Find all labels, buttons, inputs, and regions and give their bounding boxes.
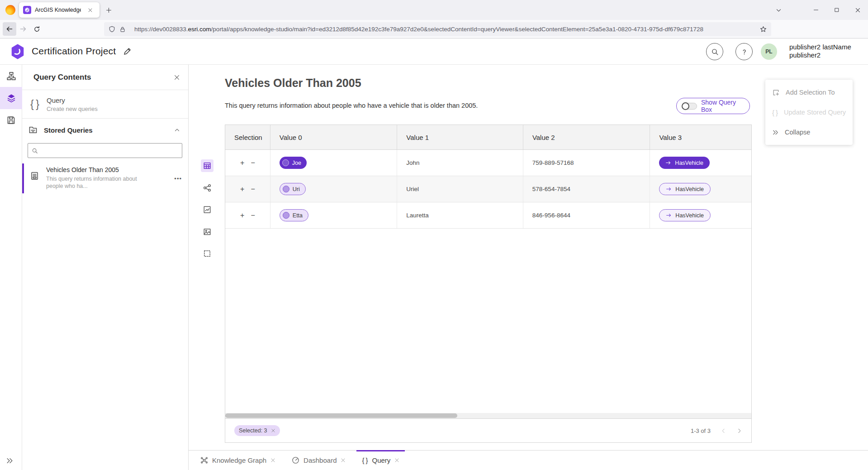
user-avatar[interactable]: PL [761, 43, 777, 60]
stored-queries-search[interactable] [28, 143, 182, 158]
toggle-track[interactable] [682, 103, 697, 110]
cell-value: John [397, 150, 523, 176]
braces-icon: { } [30, 98, 39, 110]
window-close-icon[interactable] [847, 0, 868, 20]
browser-tab[interactable]: ArcGIS Knowledge Studio [19, 2, 100, 18]
cell-value: Lauretta [397, 202, 523, 228]
stored-query-doc-icon [30, 172, 39, 190]
column-header: Value 0 [270, 125, 398, 149]
panel-close-icon[interactable] [174, 74, 180, 81]
selected-count-chip[interactable]: Selected: 3 [234, 425, 280, 436]
layers-icon[interactable] [0, 87, 22, 109]
expand-panel-icon[interactable] [6, 457, 14, 465]
tab-query[interactable]: { } Query [354, 451, 408, 470]
lock-icon[interactable] [119, 26, 126, 33]
entity-pill[interactable]: Joe [280, 157, 307, 169]
previous-page-icon[interactable] [721, 428, 726, 434]
stored-query-item[interactable]: Vehicles Older Than 2005 This query retu… [22, 163, 188, 193]
cell-value: 846-956-8644 [523, 202, 650, 228]
maximize-icon[interactable] [826, 0, 847, 20]
help-button[interactable] [735, 43, 753, 60]
link-chart-icon[interactable] [201, 182, 213, 194]
add-to-selection-button[interactable]: + [240, 186, 244, 193]
entity-icon [283, 212, 289, 219]
forward-icon[interactable] [16, 22, 30, 36]
remove-from-selection-button[interactable]: − [251, 186, 255, 193]
close-tab-icon[interactable] [341, 458, 346, 463]
selected-indicator [22, 163, 24, 193]
table-row: + − Uri Uriel 578-654-7854 HasVehicle [225, 176, 751, 202]
collapse-section-chevron-icon[interactable] [174, 127, 180, 133]
horizontal-scrollbar[interactable] [225, 413, 751, 418]
show-query-box-label: Show Query Box [701, 99, 744, 113]
add-selection-icon [772, 89, 780, 96]
reload-icon[interactable] [30, 22, 43, 36]
show-query-box-toggle[interactable]: Show Query Box [676, 98, 750, 114]
url-text: https://dev0028833.esri.com/portal/apps/… [134, 26, 756, 33]
row-range: 1-3 of 3 [691, 427, 711, 434]
tab-title: ArcGIS Knowledge Studio [35, 7, 81, 13]
table-view-icon[interactable] [201, 159, 213, 172]
arrow-right-icon [666, 212, 672, 218]
minimize-icon[interactable] [806, 0, 826, 20]
next-page-icon[interactable] [736, 428, 742, 434]
remove-from-selection-button[interactable]: − [251, 159, 255, 167]
relationship-pill[interactable]: HasVehicle [659, 157, 710, 169]
search-button[interactable] [706, 43, 723, 60]
braces-icon: { } [772, 109, 778, 116]
window-controls [806, 0, 868, 20]
tab-dashboard[interactable]: Dashboard [284, 451, 354, 470]
screen: ArcGIS Knowledge Studio [0, 0, 868, 470]
page-title: Vehicles Older Than 2005 [225, 77, 361, 90]
scrollbar-thumb[interactable] [225, 413, 457, 418]
cell-value: 759-889-57168 [523, 150, 650, 176]
tracking-shield-icon[interactable] [109, 26, 115, 33]
app-header: Certification Project PL publisher2 last… [0, 38, 868, 65]
column-header: Value 3 [650, 125, 751, 149]
selection-context-menu: Add Selection To { } Update Stored Query… [765, 80, 853, 145]
select-region-icon[interactable] [201, 247, 213, 260]
cell-value: 578-654-7854 [523, 176, 650, 202]
cell-value: Uriel [397, 176, 523, 202]
tab-knowledge-graph[interactable]: Knowledge Graph [192, 451, 284, 470]
close-tab-icon[interactable] [394, 458, 399, 463]
new-tab-button[interactable] [103, 5, 114, 15]
project-tree-icon[interactable] [0, 65, 22, 87]
search-icon [32, 148, 38, 154]
entity-icon [282, 159, 289, 166]
arrow-right-icon [665, 160, 671, 166]
table-header: Selection Value 0 Value 1 Value 2 Value … [225, 125, 751, 150]
search-input[interactable] [41, 147, 178, 154]
user-name: publisher2 lastName publisher2 [789, 43, 851, 59]
url-bar[interactable]: https://dev0028833.esri.com/portal/apps/… [104, 22, 771, 36]
clear-selection-icon[interactable] [271, 428, 275, 433]
close-tab-icon[interactable] [270, 458, 275, 463]
tab-close-icon[interactable] [85, 5, 95, 15]
map-view-icon[interactable] [201, 225, 213, 238]
add-to-selection-button[interactable]: + [240, 212, 244, 219]
menu-item-collapse[interactable]: Collapse [765, 122, 853, 142]
save-icon[interactable] [0, 109, 22, 131]
query-item-subtitle: Create new queries [47, 106, 98, 112]
chart-view-icon[interactable] [201, 203, 213, 216]
edit-pencil-icon[interactable] [123, 47, 132, 56]
query-item[interactable]: { } Query Create new queries [22, 90, 188, 119]
menu-item-add-selection-to[interactable]: Add Selection To [765, 82, 853, 102]
relationship-pill[interactable]: HasVehicle [659, 209, 711, 221]
item-options-icon[interactable]: ••• [174, 175, 182, 190]
tab-list-chevron-icon[interactable] [773, 5, 784, 15]
bookmark-star-icon[interactable] [760, 26, 767, 33]
stored-queries-folder-icon [28, 125, 38, 134]
content-tab-bar: Knowledge Graph Dashboard { } Query [189, 450, 868, 470]
stored-queries-title: Stored Queries [44, 126, 168, 134]
add-to-selection-button[interactable]: + [240, 159, 244, 167]
stored-query-title: Vehicles Older Than 2005 [46, 166, 167, 173]
entity-pill[interactable]: Uri [280, 183, 306, 195]
remove-from-selection-button[interactable]: − [251, 212, 255, 219]
back-icon[interactable] [3, 22, 16, 36]
knowledge-studio-logo[interactable] [10, 43, 25, 60]
relationship-pill[interactable]: HasVehicle [659, 183, 711, 195]
stored-queries-header[interactable]: Stored Queries [22, 119, 188, 141]
firefox-icon[interactable] [5, 5, 15, 15]
entity-pill[interactable]: Etta [280, 209, 308, 221]
